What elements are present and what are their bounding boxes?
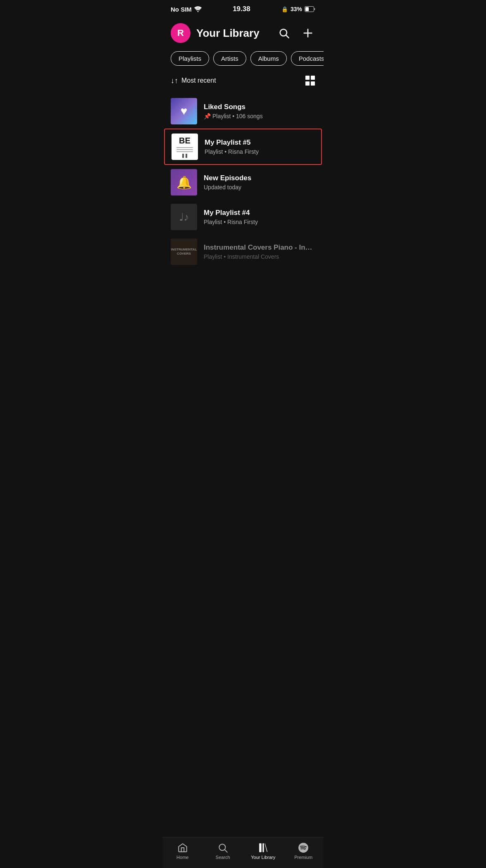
item-meta-text-playlist5: Playlist • Risna Firsty [205, 148, 259, 155]
sort-icon: ↓↑ [171, 76, 178, 85]
tab-albums[interactable]: Albums [250, 51, 287, 66]
item-meta-text-playlist4: Playlist • Risna Firsty [204, 219, 258, 225]
grid-dot [305, 81, 310, 86]
music-note-icon: ♩♪ [179, 211, 189, 224]
item-thumbnail-episodes: 🔔 [171, 169, 197, 196]
item-name-instrumental: Instrumental Covers Piano - Instrume... [204, 243, 315, 252]
tab-playlists[interactable]: Playlists [171, 51, 209, 66]
item-thumbnail-playlist4: ♩♪ [171, 204, 197, 230]
svg-point-0 [197, 11, 198, 12]
be-pause [176, 154, 193, 158]
page-title: Your Library [196, 27, 260, 40]
battery-icon [305, 6, 315, 12]
search-button[interactable] [276, 26, 291, 41]
svg-line-4 [286, 35, 288, 38]
item-meta-text-liked: Playlist • 106 songs [212, 113, 263, 119]
item-info-liked: Liked Songs 📌 Playlist • 106 songs [204, 103, 315, 119]
item-meta-instrumental: Playlist • Instrumental Covers [204, 253, 315, 260]
status-time: 19.38 [233, 5, 250, 13]
instrumental-thumb-text: INSTRUMENTALCOVERS [171, 246, 197, 258]
wifi-icon [194, 6, 202, 12]
status-right: 🔒 33% [281, 6, 315, 12]
item-meta-playlist4: Playlist • Risna Firsty [204, 219, 315, 225]
grid-dot [311, 81, 315, 86]
library-list: ♥ Liked Songs 📌 Playlist • 106 songs BE [162, 94, 324, 269]
sort-bar: ↓↑ Most recent [162, 76, 324, 94]
tab-podcasts[interactable]: Podcasts & Shows [291, 51, 324, 66]
sort-controls[interactable]: ↓↑ Most recent [171, 76, 216, 85]
avatar[interactable]: R [171, 23, 191, 43]
item-info-playlist5: My Playlist #5 Playlist • Risna Firsty [205, 138, 314, 155]
grid-dot [305, 76, 310, 80]
item-meta-episodes: Updated today [204, 184, 315, 191]
lock-icon: 🔒 [281, 6, 288, 12]
item-info-playlist4: My Playlist #4 Playlist • Risna Firsty [204, 209, 315, 225]
item-info-episodes: New Episodes Updated today [204, 174, 315, 191]
item-meta-text-instrumental: Playlist • Instrumental Covers [204, 253, 279, 260]
item-name-playlist4: My Playlist #4 [204, 209, 315, 217]
heart-icon: ♥ [181, 105, 188, 118]
list-item-new-episodes[interactable]: 🔔 New Episodes Updated today [162, 165, 324, 200]
tab-artists[interactable]: Artists [213, 51, 246, 66]
list-item-liked-songs[interactable]: ♥ Liked Songs 📌 Playlist • 106 songs [162, 94, 324, 129]
svg-rect-2 [305, 7, 309, 11]
battery-percentage: 33% [291, 6, 302, 12]
status-bar: No SIM 19.38 🔒 33% [162, 0, 324, 17]
plus-icon [302, 27, 314, 39]
list-item-playlist-4[interactable]: ♩♪ My Playlist #4 Playlist • Risna First… [162, 200, 324, 234]
item-meta-text-episodes: Updated today [204, 184, 241, 191]
be-text: BE [176, 136, 193, 145]
item-thumbnail-instrumental: INSTRUMENTALCOVERS [171, 238, 197, 265]
item-thumbnail-playlist5: BE [172, 134, 198, 160]
list-item-instrumental[interactable]: INSTRUMENTALCOVERS Instrumental Covers P… [162, 234, 324, 269]
add-button[interactable] [300, 26, 315, 41]
pin-icon: 📌 [204, 113, 211, 119]
search-icon [278, 27, 290, 39]
be-album-art: BE [176, 136, 193, 158]
grid-view-button[interactable] [305, 76, 315, 86]
item-name-episodes: New Episodes [204, 174, 315, 182]
be-lines [176, 147, 193, 152]
item-info-instrumental: Instrumental Covers Piano - Instrume... … [204, 243, 315, 260]
filter-tabs: Playlists Artists Albums Podcasts & Show… [162, 51, 324, 76]
status-left: No SIM [171, 6, 202, 13]
header: R Your Library [162, 17, 324, 51]
item-name-playlist5: My Playlist #5 [205, 138, 314, 147]
item-meta-playlist5: Playlist • Risna Firsty [205, 148, 314, 155]
item-name-liked: Liked Songs [204, 103, 315, 111]
list-item-playlist-5[interactable]: BE My Playlist #5 Playlist • Risna First… [164, 129, 322, 165]
grid-dot [311, 76, 315, 80]
item-meta-liked: 📌 Playlist • 106 songs [204, 113, 315, 119]
bell-icon: 🔔 [176, 175, 192, 190]
sort-label: Most recent [181, 77, 216, 84]
header-left: R Your Library [171, 23, 260, 43]
item-thumbnail-liked: ♥ [171, 98, 197, 124]
header-actions [276, 26, 315, 41]
carrier-text: No SIM [171, 6, 192, 13]
